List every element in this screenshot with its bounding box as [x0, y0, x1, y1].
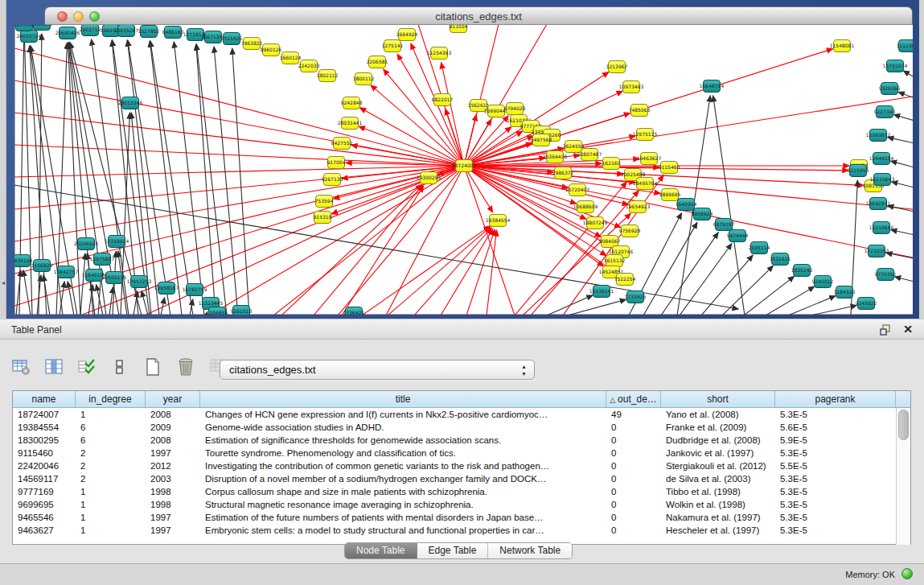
float-window-icon[interactable]	[879, 323, 892, 336]
network-node[interactable]: 6497568	[531, 134, 552, 146]
network-node[interactable]: 10973493	[619, 81, 644, 93]
network-edge[interactable]	[744, 276, 795, 315]
table-cell[interactable]: 5.3E-5	[775, 511, 896, 524]
table-cell[interactable]: 49	[606, 408, 661, 421]
network-node[interactable]: 20691406	[55, 27, 80, 39]
network-node[interactable]: 12444154	[869, 153, 894, 165]
table-cell[interactable]: 1997	[146, 524, 200, 537]
table-cell[interactable]: Franke et al. (2009)	[661, 421, 775, 434]
table-cell[interactable]: 19384554	[13, 421, 76, 434]
network-node[interactable]: 6794028	[504, 103, 526, 115]
network-node[interactable]: 9245012	[812, 276, 834, 288]
delete-column-icon[interactable]	[175, 356, 197, 378]
table-cell[interactable]: 6	[76, 421, 146, 434]
table-cell[interactable]: 5.6E-5	[775, 421, 896, 434]
network-edge[interactable]	[14, 166, 464, 274]
network-node[interactable]: 9261513	[231, 306, 253, 315]
network-node[interactable]: 18495764	[633, 178, 658, 190]
table-row[interactable]: 1456911722003Disruption of a novel membe…	[13, 472, 910, 485]
table-cell[interactable]: 0	[606, 459, 661, 472]
network-node[interactable]: 8427552	[331, 138, 353, 150]
table-cell[interactable]: 9115460	[13, 447, 76, 459]
network-graph[interactable]: 2405572420691406200371910655301065528715…	[14, 25, 913, 315]
table-cell[interactable]: 1997	[146, 447, 200, 459]
collapse-panel-arrow-icon[interactable]: ◂	[0, 278, 6, 288]
table-cell[interactable]: 1998	[146, 498, 200, 511]
network-node[interactable]: 15720407	[565, 184, 590, 196]
network-node[interactable]: 7632621	[770, 253, 791, 266]
table-row[interactable]: 946362711997Embryonic stem cells: a mode…	[13, 524, 910, 537]
network-edge[interactable]	[888, 138, 913, 143]
table-cell[interactable]: Embryonic stem cells: a model to study s…	[200, 524, 606, 537]
table-cell[interactable]: de Silva et al. (2003)	[661, 472, 775, 485]
network-node[interactable]: 1800112	[353, 73, 375, 85]
network-node[interactable]: 23300295	[417, 172, 441, 184]
table-cell[interactable]: Tibbo et al. (1998)	[661, 485, 775, 498]
network-node[interactable]: 1213967	[606, 61, 628, 73]
table-cell[interactable]: 18300295	[13, 434, 76, 447]
network-node[interactable]: 10688609	[573, 201, 598, 213]
network-node[interactable]: 1733426	[625, 291, 647, 303]
network-node[interactable]: 11548081	[830, 40, 855, 52]
table-row[interactable]: 1938455462009Genome-wide association stu…	[13, 421, 910, 434]
table-cell[interactable]: Stergiakouli et al. (2012)	[661, 459, 775, 472]
table-cell[interactable]: 0	[606, 511, 661, 524]
table-cell[interactable]: 2	[76, 459, 146, 472]
network-edge[interactable]	[466, 229, 495, 315]
column-header-out-de-[interactable]: △out_de…	[606, 391, 661, 407]
network-node[interactable]: 7986372	[552, 167, 574, 179]
table-cell[interactable]: 0	[606, 524, 661, 537]
table-row[interactable]: 969969511998Structural magnetic resonanc…	[13, 498, 910, 511]
network-node[interactable]: 17210353	[864, 245, 889, 257]
table-cell[interactable]: 5.3E-5	[775, 472, 896, 485]
table-cell[interactable]: Corpus callosum shape and size in male p…	[200, 485, 606, 498]
table-cell[interactable]: Estimation of the future numbers of pati…	[200, 511, 606, 524]
network-edge[interactable]	[441, 63, 464, 166]
table-row[interactable]: 2242004622012Investigating the contribut…	[13, 459, 910, 472]
network-edge[interactable]	[384, 69, 464, 166]
network-node[interactable]: 8822017	[432, 94, 454, 106]
table-cell[interactable]: 2003	[146, 472, 200, 485]
show-column-icon[interactable]	[43, 356, 65, 378]
network-node[interactable]: 18807249	[583, 217, 608, 229]
table-cell[interactable]: Jankovic et al. (1997)	[661, 447, 775, 459]
network-edge[interactable]	[903, 71, 913, 77]
network-window-titlebar[interactable]: citations_edges.txt	[44, 6, 913, 25]
table-cell[interactable]: 18724007	[13, 408, 76, 421]
network-node[interactable]: 16210643	[870, 174, 895, 186]
network-node[interactable]: 19384554	[486, 215, 511, 227]
network-edge[interactable]	[196, 44, 227, 315]
network-node[interactable]: 11254393	[427, 47, 452, 60]
network-edge[interactable]	[487, 230, 497, 315]
network-edge[interactable]	[895, 277, 913, 282]
table-cell[interactable]: 9465546	[13, 511, 76, 524]
network-node[interactable]: 19463627	[637, 153, 662, 165]
table-cell[interactable]: 1	[76, 498, 146, 511]
table-cell[interactable]: 0	[606, 472, 661, 485]
network-node[interactable]: 8770352	[875, 269, 897, 281]
network-node[interactable]: 9242848	[341, 97, 363, 109]
network-edge[interactable]	[281, 184, 421, 315]
table-cell[interactable]: 1	[76, 511, 146, 524]
table-cell[interactable]: Structural magnetic resonance image aver…	[200, 498, 606, 511]
network-node[interactable]: 12505115	[102, 272, 127, 284]
network-node[interactable]: 12210646	[869, 222, 894, 234]
row-height-icon[interactable]	[109, 356, 131, 378]
network-node[interactable]: 1640954	[676, 199, 697, 211]
network-node[interactable]: 6879197	[713, 219, 735, 231]
network-edge[interactable]	[397, 54, 464, 166]
network-node[interactable]: 813104	[450, 25, 468, 33]
network-node[interactable]: 9245022	[856, 298, 877, 310]
network-edge[interactable]	[273, 166, 464, 315]
table-cell[interactable]: 1	[76, 524, 146, 537]
network-edge[interactable]	[24, 35, 32, 315]
table-cell[interactable]: Investigating the contribution of common…	[200, 459, 606, 472]
network-node[interactable]: 2935114	[749, 242, 770, 254]
table-cell[interactable]: 2008	[146, 408, 200, 421]
table-cell[interactable]: 5.3E-5	[775, 447, 896, 459]
network-node[interactable]: 16782759	[183, 284, 207, 296]
network-edge[interactable]	[196, 44, 216, 315]
table-cell[interactable]: 2	[76, 447, 146, 459]
network-node[interactable]: 1802112	[317, 70, 339, 82]
table-cell[interactable]: Nakamura et al. (1997)	[661, 511, 775, 524]
